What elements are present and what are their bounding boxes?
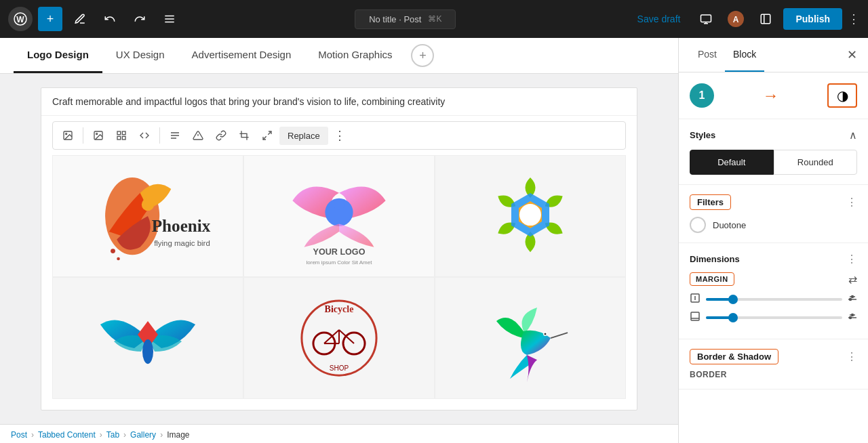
rounded-style-button[interactable]: Rounded [774,150,858,175]
settings-button[interactable] [753,7,778,31]
slider-adjust-2[interactable] [848,312,857,323]
svg-text:flying magic bird: flying magic bird [154,238,210,247]
svg-point-64 [850,317,852,319]
svg-rect-59 [691,312,699,320]
slider-thumb-1[interactable] [728,295,738,304]
svg-text:YOUR LOGO: YOUR LOGO [313,247,366,257]
gallery-item-6[interactable] [435,277,626,399]
tab-logo-design[interactable]: Logo Design [14,38,102,73]
contrast-icon: ◑ [837,87,848,104]
more-options-button[interactable]: ⋮ [848,12,860,26]
toolbar-divider-2 [159,127,160,144]
dimensions-title: Dimensions [690,254,740,264]
slider-track-2[interactable] [706,316,842,319]
filters-section: Filters ⋮ Duotone [679,185,868,243]
margin-link-icon[interactable]: ⇄ [848,273,857,286]
duotone-row: Duotone [690,217,857,233]
svg-text:A: A [733,15,739,24]
fullscreen-btn[interactable] [256,125,278,146]
tab-post[interactable]: Post [690,38,725,72]
preview-button[interactable] [694,7,718,31]
svg-point-33 [117,257,120,261]
svg-rect-5 [701,15,711,22]
replace-button[interactable]: Replace [279,127,328,145]
svg-text:lorem ipsum Color Sit Amet: lorem ipsum Color Sit Amet [307,259,373,266]
svg-rect-25 [241,133,247,137]
breadcrumb-post[interactable]: Post [11,430,27,440]
publish-button[interactable]: Publish [783,8,842,30]
panel-close-button[interactable]: ✕ [847,47,857,62]
image-block: Craft memorable and impactful logos that… [41,87,637,410]
crop-btn[interactable] [233,125,255,146]
svg-point-52 [545,333,547,335]
tab-ux-design[interactable]: UX Design [102,38,178,73]
margin-label[interactable]: MARGIN [690,272,734,286]
tab-motion-graphics[interactable]: Motion Graphics [304,38,406,73]
warning-btn[interactable] [187,125,209,146]
svg-text:W: W [16,15,24,24]
tabs-bar: Logo Design UX Design Advertisement Desi… [0,38,678,74]
gallery-item-2[interactable]: YOUR LOGO lorem ipsum Color Sit Amet [243,155,435,277]
add-tab-button[interactable]: + [411,44,434,67]
svg-point-32 [111,249,115,253]
link-btn[interactable] [210,125,232,146]
breadcrumb-sep-2: › [100,430,102,440]
code-btn[interactable] [134,125,155,146]
border-shadow-header: Border & Shadow ⋮ [690,349,857,364]
slider-row-1 [690,293,857,305]
gallery-item-1[interactable]: Phoenix flying magic bird [52,155,243,277]
arrow-right-icon: → [763,86,779,105]
slider-track-1[interactable] [706,298,842,301]
save-draft-button[interactable]: Save draft [629,9,689,28]
gallery-item-3[interactable] [435,155,626,277]
tools-button[interactable] [68,7,92,31]
filters-more-button[interactable]: ⋮ [846,196,857,209]
main-layout: Logo Design UX Design Advertisement Desi… [0,38,868,443]
undo-button[interactable] [98,7,122,31]
border-shadow-label[interactable]: Border & Shadow [690,349,778,364]
slider-adjust-1[interactable] [848,293,857,305]
list-view-button[interactable] [157,7,182,31]
svg-text:SHOP: SHOP [330,364,349,372]
tab-block[interactable]: Block [725,38,764,72]
more-button[interactable]: ⋮ [330,125,350,146]
top-bar: W + No title · Post ⌘K Save draft A Publ… [0,0,868,38]
post-title[interactable]: No title · Post ⌘K [355,9,456,29]
gallery-item-5[interactable]: Bicycle SHOP [243,277,435,399]
border-shadow-more-button[interactable]: ⋮ [846,350,857,363]
duotone-label: Duotone [713,220,746,230]
block-description: Craft memorable and impactful logos that… [41,88,637,116]
editor-area: Logo Design UX Design Advertisement Desi… [0,38,678,443]
default-style-button[interactable]: Default [690,150,774,175]
dimensions-section: Dimensions ⋮ MARGIN ⇄ [679,243,868,339]
breadcrumb-tabbed-content[interactable]: Tabbed Content [38,430,96,440]
gallery-item-4[interactable] [52,277,243,399]
margin-bottom-icon [690,311,701,324]
svg-point-63 [852,314,854,316]
styles-collapse-button[interactable]: ∧ [849,129,857,142]
grid-btn[interactable] [111,125,132,146]
toggle-icon-box[interactable]: ◑ [827,83,857,108]
breadcrumb-gallery[interactable]: Gallery [130,430,156,440]
filters-label[interactable]: Filters [690,194,731,210]
styles-section: Styles ∧ Default Rounded [679,119,868,185]
avatar-button[interactable]: A [724,7,748,31]
svg-point-58 [850,299,852,301]
breadcrumb-tab[interactable]: Tab [106,430,119,440]
image-icon-btn[interactable] [57,125,79,146]
svg-line-27 [263,136,267,140]
add-block-button[interactable]: + [38,7,62,31]
breadcrumb: Post › Tabbed Content › Tab › Gallery › … [0,424,678,443]
align-btn[interactable] [164,125,186,146]
slider-row-2 [690,311,857,324]
gallery-grid: Phoenix flying magic bird [41,155,637,410]
step-number: 1 [699,89,705,102]
svg-text:Phoenix: Phoenix [152,217,211,235]
dimensions-more-button[interactable]: ⋮ [846,253,857,266]
slider-thumb-2[interactable] [728,313,738,322]
tab-advertisement-design[interactable]: Advertisement Design [178,38,305,73]
gallery-view-btn[interactable] [87,125,109,146]
title-text: No title · Post [369,14,421,24]
redo-button[interactable] [127,7,152,31]
svg-point-38 [519,204,541,226]
